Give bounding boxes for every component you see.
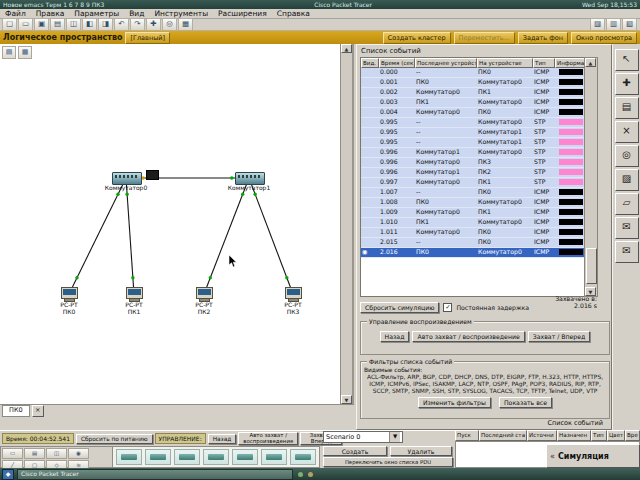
delete-tool-icon[interactable]: × [615, 121, 639, 143]
menu-item-3[interactable]: Вид [124, 9, 149, 18]
paste-icon[interactable]: ◨ [98, 18, 113, 31]
add-complex-pdu-tool-icon[interactable]: ✉ [615, 241, 639, 263]
event-row[interactable]: 0.995--Коммутатор0STP [361, 118, 587, 128]
event-row[interactable]: 0.000--ПК0ICMP [361, 68, 587, 78]
top-bar-window-list[interactable]: Новое emacs Терм 1 6 7 8 9 ПК3 [3, 1, 104, 8]
set-background-button[interactable]: Задать фон [518, 32, 568, 44]
copy-icon[interactable]: ◧ [82, 18, 97, 31]
routers-category-icon[interactable]: ▭ [2, 448, 23, 459]
start-menu-icon[interactable]: ◆ [2, 469, 14, 480]
device-ПК1[interactable]: PC-PTПК1 [126, 287, 143, 302]
event-row[interactable]: 1.010ПК1Коммутатор0ICMP [361, 218, 587, 228]
device-ПК0[interactable]: PC-PTПК0 [61, 287, 78, 302]
event-row[interactable]: 0.996Коммутатор0ПК3STP [361, 158, 587, 168]
event-row[interactable]: 1.007--ПК0ICMP [361, 188, 587, 198]
tray-icon[interactable] [298, 472, 303, 477]
new-file-icon[interactable]: ▢ [2, 18, 17, 31]
zoom-in-icon[interactable]: ✚ [146, 18, 161, 31]
logical-workspace-canvas[interactable]: ▤▦ Коммутатор0Коммутатор1PC-PTПК0PC-PTПК… [0, 44, 354, 404]
open-file-icon[interactable]: ▭ [18, 18, 33, 31]
device-ПК3[interactable]: PC-PTПК3 [285, 287, 302, 302]
device-model-icon[interactable] [290, 449, 316, 465]
collapse-arrows-icon[interactable]: « [550, 452, 555, 461]
device-model-icon[interactable] [203, 449, 229, 465]
zoom-reset-icon[interactable]: ◎ [162, 18, 177, 31]
activity-wizard-icon[interactable]: ◫ [66, 18, 81, 31]
select-tool-icon[interactable]: ↖ [615, 49, 639, 71]
wireless-category-icon[interactable]: ◉ [68, 448, 89, 459]
draw-shape-tool-icon[interactable]: ▨ [615, 169, 639, 191]
event-row[interactable]: 0.995--Коммутатор1STP [361, 128, 587, 138]
event-row[interactable]: 1.011Коммутатор0ПК0ICMP [361, 228, 587, 238]
scenario-create-button[interactable]: Создать [323, 446, 387, 456]
event-scroll-thumb[interactable] [586, 248, 597, 284]
event-row[interactable]: 0.003ПК1Коммутатор0ICMP [361, 98, 587, 108]
auto-capture-play-button[interactable]: Авто захват / воспроизведение [412, 331, 524, 342]
draw-palette-icon[interactable]: ▨ [590, 18, 605, 31]
chevron-down-icon[interactable]: ▼ [389, 432, 400, 442]
scroll-down-icon[interactable]: ▼ [341, 395, 352, 404]
undo-icon[interactable]: ↶ [114, 18, 129, 31]
custom-device-icon[interactable]: ▧ [622, 18, 637, 31]
tab-close-icon[interactable]: × [32, 405, 44, 417]
menu-item-1[interactable]: Правка [31, 9, 70, 18]
menu-item-2[interactable]: Параметры [69, 9, 124, 18]
event-row[interactable]: 0.996Коммутатор1Коммутатор0STP [361, 148, 587, 158]
move-object-button[interactable]: Переместить... [454, 32, 515, 44]
event-row[interactable]: 0.001ПК0Коммутатор0ICMP [361, 78, 587, 88]
event-row[interactable]: 1.008ПК0Коммутатор0ICMP [361, 198, 587, 208]
packet-envelope[interactable] [146, 170, 159, 180]
event-row[interactable]: ◉2.016ПК0Коммутатор0ICMP [361, 248, 587, 258]
event-row[interactable]: 0.997Коммутатор0ПК1STP [361, 178, 587, 188]
hubs-category-icon[interactable]: ◫ [46, 448, 67, 459]
event-scroll-up-icon[interactable]: ▲ [585, 58, 596, 67]
scroll-up-icon[interactable]: ▲ [341, 44, 352, 53]
event-row[interactable]: 2.015--ПК0ICMP [361, 238, 587, 248]
add-simple-pdu-tool-icon[interactable]: ✉ [615, 217, 639, 239]
device-model-icon[interactable] [232, 449, 258, 465]
scenario-delete-button[interactable]: Удалить [390, 446, 452, 456]
inspect-tool-icon[interactable]: ◎ [615, 145, 639, 167]
tray-icon[interactable] [308, 472, 313, 477]
event-row[interactable]: 0.002Коммутатор0ПК1ICMP [361, 88, 587, 98]
device-tab-pk0[interactable]: ПК0 [2, 405, 30, 417]
toggle-pdu-list-button[interactable]: Переключить окно списка PDU [323, 457, 453, 467]
mode-toggle-panel[interactable]: « Симуляция [546, 444, 640, 468]
device-model-icon[interactable] [261, 449, 287, 465]
menu-item-4[interactable]: Инструменты [149, 9, 213, 18]
control-back-button[interactable]: Назад [208, 434, 237, 444]
show-all-filters-button[interactable]: Показать все [499, 397, 552, 408]
event-list-scrollbar[interactable]: ▲ ▼ [584, 57, 598, 297]
resize-shape-tool-icon[interactable]: ▱ [615, 193, 639, 215]
scenario-select[interactable]: Scenario 0 ▼ [323, 431, 403, 443]
device-Коммутатор1[interactable]: Коммутатор1 [235, 172, 265, 185]
reset-simulation-button[interactable]: Сбросить симуляцию [360, 302, 439, 313]
event-row[interactable]: 0.004Коммутатор0ПК0ICMP [361, 108, 587, 118]
zoom-out-icon[interactable]: ▦ [178, 18, 193, 31]
taskbar-app-button[interactable]: Cisco Packet Tracer [17, 469, 293, 480]
viewport-icon[interactable]: ▥ [606, 18, 621, 31]
menu-item-0[interactable]: Файл [0, 9, 31, 18]
power-cycle-button[interactable]: Сбросить по питанию [76, 434, 153, 444]
move-layout-tool-icon[interactable]: ✚ [615, 73, 639, 95]
save-icon[interactable]: ▣ [34, 18, 49, 31]
device-model-icon[interactable] [145, 449, 171, 465]
event-row[interactable]: 0.995--Коммутатор1STP [361, 138, 587, 148]
capture-forward-button[interactable]: Захват / Вперед [528, 331, 591, 342]
root-cluster-button[interactable]: [Главный] [125, 32, 170, 44]
device-ПК2[interactable]: PC-PTПК2 [196, 287, 213, 302]
control-auto-capture-button[interactable]: Авто захват / воспроизведение [238, 432, 298, 445]
menu-item-6[interactable]: Справка [272, 9, 315, 18]
event-row[interactable]: 1.009Коммутатор0ПК1ICMP [361, 208, 587, 218]
device-Коммутатор0[interactable]: Коммутатор0 [112, 172, 142, 185]
menu-item-5[interactable]: Расширения [213, 9, 272, 18]
viewport-button[interactable]: Окно просмотра [571, 32, 637, 44]
place-note-tool-icon[interactable]: ▤ [615, 97, 639, 119]
redo-icon[interactable]: ↷ [130, 18, 145, 31]
switches-category-icon[interactable]: ▤ [24, 448, 45, 459]
constant-delay-checkbox[interactable]: ✓ [443, 303, 452, 312]
device-model-icon[interactable] [116, 449, 142, 465]
playback-back-button[interactable]: Назад [380, 331, 410, 342]
new-cluster-button[interactable]: Создать кластер [383, 32, 451, 44]
edit-filters-button[interactable]: Изменить фильтры [418, 397, 491, 408]
